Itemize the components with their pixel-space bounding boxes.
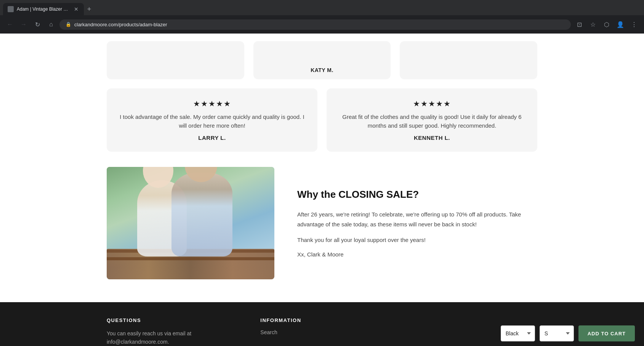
add-to-cart-button[interactable]: ADD TO CART [578,325,635,341]
closing-sale-image [107,167,274,279]
size-selector[interactable]: XS S M L XL [540,325,574,341]
kenneth-stars: ★★★★★ [413,99,451,108]
address-bar[interactable]: 🔒 clarkandmoore.com/products/adam-blazer [59,19,571,30]
closing-sale-text: Why the CLOSING SALE? After 26 years, we… [297,181,537,265]
profile-icon[interactable]: 👤 [615,19,626,30]
larry-text: I took advantage of the sale. My order c… [119,113,305,130]
review-card-partial-2: KATY M. [253,41,391,79]
tab-favicon [8,6,14,12]
kenneth-text: Great fit of the clothes and the quality… [339,113,525,130]
url-text: clarkandmoore.com/products/adam-blazer [74,22,167,27]
closing-para-2: Thank you for all your loyal support ove… [297,235,537,245]
review-card-partial-3 [400,41,537,79]
tab-title: Adam | Vintage Blazer and Vest... [17,6,70,12]
review-card-partial-1 [107,41,244,79]
review-card-kenneth: ★★★★★ Great fit of the clothes and the q… [327,88,537,152]
reviews-full-row: ★★★★★ I took advantage of the sale. My o… [107,88,537,152]
active-tab[interactable]: Adam | Vintage Blazer and Vest... ✕ [3,3,84,15]
home-button[interactable]: ⌂ [46,19,56,30]
footer-search-link[interactable]: Search [260,329,383,335]
footer-information: INFORMATION Search [260,317,383,346]
cast-icon[interactable]: ⊡ [574,19,585,30]
new-tab-button[interactable]: + [84,4,95,14]
tab-close-button[interactable]: ✕ [73,6,79,12]
kenneth-author: KENNETH L. [414,135,450,141]
review-card-larry: ★★★★★ I took advantage of the sale. My o… [107,88,317,152]
footer-questions-text: You can easily reach us via email at inf… [107,329,230,346]
reload-button[interactable]: ↻ [32,19,43,30]
nav-actions: ⊡ ☆ ⬡ 👤 ⋮ [574,19,639,30]
forward-button[interactable]: → [18,19,29,30]
katy-author: KATY M. [311,67,333,73]
closing-para-1: After 26 years, we're retiring! To celeb… [297,210,537,229]
color-selector[interactable]: Black Navy Grey Brown [501,325,535,341]
larry-stars: ★★★★★ [193,99,231,108]
menu-icon[interactable]: ⋮ [629,19,639,30]
footer-questions-heading: QUESTIONS [107,317,230,323]
tab-bar: Adam | Vintage Blazer and Vest... ✕ + [0,0,644,15]
larry-author: LARRY L. [198,135,226,141]
extensions-icon[interactable]: ⬡ [601,19,612,30]
reviews-top-row: KATY M. [107,41,537,79]
lock-icon: 🔒 [66,22,71,27]
back-button[interactable]: ← [5,19,15,30]
bookmark-icon[interactable]: ☆ [588,19,598,30]
closing-title: Why the CLOSING SALE? [297,189,537,200]
footer-information-heading: INFORMATION [260,317,383,323]
page-content: KATY M. ★★★★★ I took advantage of the sa… [0,34,644,346]
closing-signature: Xx, Clark & Moore [297,251,537,258]
nav-bar: ← → ↻ ⌂ 🔒 clarkandmoore.com/products/ada… [0,15,644,34]
closing-sale-section: Why the CLOSING SALE? After 26 years, we… [0,167,644,302]
footer-questions: QUESTIONS You can easily reach us via em… [107,317,230,346]
reviews-section: KATY M. ★★★★★ I took advantage of the sa… [0,34,644,167]
